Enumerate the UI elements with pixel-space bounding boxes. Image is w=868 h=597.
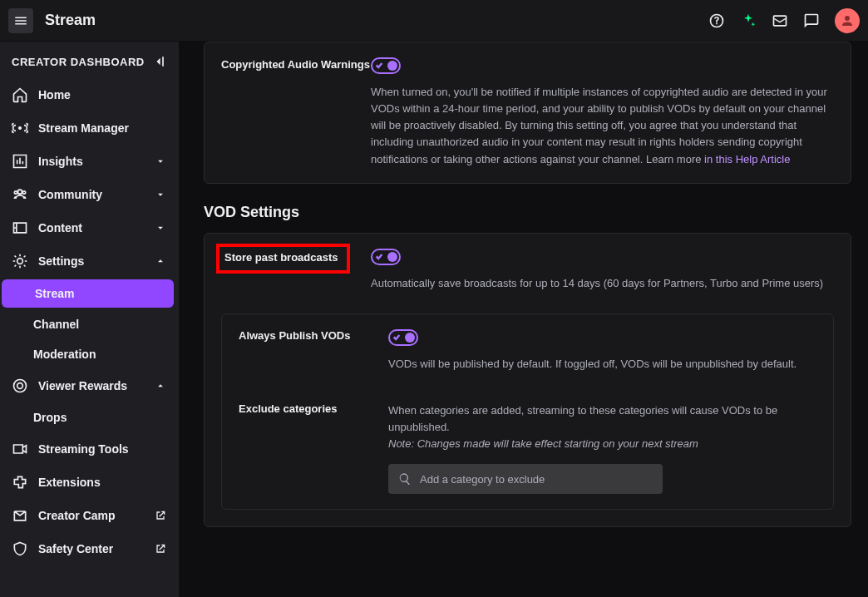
whisper-icon [803, 12, 820, 29]
sidebar-item-community[interactable]: Community [0, 178, 179, 211]
copyrighted-audio-label: Copyrighted Audio Warnings [221, 57, 371, 72]
nav-label: Stream [35, 287, 74, 300]
topbar: Stream [0, 0, 868, 42]
sidebar-item-safety-center[interactable]: Safety Center [0, 532, 179, 565]
sparkle-button[interactable] [740, 12, 757, 29]
sidebar: CREATOR DASHBOARD Home Stream Manager In… [0, 42, 179, 597]
help-button[interactable] [708, 12, 725, 29]
copyrighted-audio-toggle[interactable] [371, 57, 401, 74]
inbox-icon [772, 12, 788, 29]
always-publish-description: VODs will be published by default. If to… [388, 356, 816, 373]
nav-label: Creator Camp [38, 509, 116, 522]
always-publish-toggle[interactable] [388, 329, 418, 346]
whisper-button[interactable] [803, 12, 820, 29]
exclude-categories-note: Note: Changes made will take effect star… [388, 437, 698, 450]
sidebar-item-channel[interactable]: Channel [0, 309, 179, 339]
vod-inner-card: Always Publish VODs VODs will be publish… [221, 313, 834, 511]
sidebar-item-streaming-tools[interactable]: Streaming Tools [0, 432, 179, 466]
exclude-category-input-wrapper[interactable] [388, 464, 663, 494]
sidebar-title: CREATOR DASHBOARD [12, 56, 145, 68]
sidebar-item-drops[interactable]: Drops [0, 402, 179, 432]
nav-label: Drops [33, 411, 67, 424]
vod-settings-card: Store past broadcasts Automatically save… [204, 233, 851, 528]
help-article-link[interactable]: in this Help Article [704, 153, 790, 165]
chevron-down-icon [154, 155, 167, 168]
store-past-broadcasts-description: Automatically save broadcasts for up to … [371, 275, 834, 292]
chevron-down-icon [154, 221, 167, 234]
store-past-broadcasts-toggle[interactable] [371, 249, 401, 265]
vod-settings-title: VOD Settings [204, 204, 851, 221]
page-title: Stream [45, 12, 96, 29]
hamburger-icon [13, 13, 28, 28]
nav-label: Home [38, 88, 71, 101]
copyrighted-audio-description: When turned on, you'll be notified if mu… [371, 84, 834, 168]
copyrighted-audio-card: Copyrighted Audio Warnings When turned o… [204, 42, 851, 184]
check-icon [375, 250, 383, 263]
nav-label: Insights [38, 155, 83, 168]
always-publish-label: Always Publish VODs [239, 329, 388, 342]
chevron-down-icon [154, 188, 167, 201]
community-icon [12, 186, 28, 203]
sidebar-item-extensions[interactable]: Extensions [0, 466, 179, 499]
store-past-broadcasts-label: Store past broadcasts [224, 251, 338, 264]
nav-label: Content [38, 221, 82, 234]
help-icon [708, 12, 725, 29]
content-icon [12, 220, 28, 236]
nav-label: Stream Manager [38, 121, 129, 135]
home-icon [12, 86, 28, 103]
search-icon [398, 472, 412, 486]
nav-label: Community [38, 188, 102, 201]
sidebar-item-home[interactable]: Home [0, 78, 179, 111]
sidebar-item-moderation[interactable]: Moderation [0, 339, 179, 369]
nav-label: Extensions [38, 476, 101, 489]
toggle-knob [387, 252, 397, 262]
chevron-up-icon [154, 379, 167, 392]
hamburger-menu[interactable] [8, 8, 33, 33]
collapse-sidebar-button[interactable] [150, 53, 167, 70]
nav-label: Moderation [33, 348, 96, 361]
sidebar-item-creator-camp[interactable]: Creator Camp [0, 499, 179, 532]
sidebar-item-content[interactable]: Content [0, 211, 179, 244]
toggle-knob [387, 61, 397, 71]
toggle-knob [405, 333, 415, 343]
streaming-tools-icon [12, 441, 28, 457]
nav-label: Settings [38, 254, 84, 268]
avatar-icon [840, 13, 855, 28]
check-icon [375, 60, 383, 72]
sidebar-item-viewer-rewards[interactable]: Viewer Rewards [0, 369, 179, 402]
shield-icon [12, 540, 28, 557]
external-link-icon [154, 509, 167, 522]
nav-label: Viewer Rewards [38, 379, 127, 392]
inbox-button[interactable] [772, 12, 788, 29]
sidebar-item-stream-manager[interactable]: Stream Manager [0, 111, 179, 145]
user-avatar[interactable] [835, 8, 860, 33]
topbar-actions [708, 8, 860, 33]
chevron-up-icon [154, 254, 167, 268]
sidebar-item-insights[interactable]: Insights [0, 145, 179, 178]
sparkle-icon [740, 12, 757, 29]
check-icon [392, 331, 401, 343]
exclude-category-input[interactable] [420, 473, 653, 486]
sidebar-item-settings[interactable]: Settings [0, 244, 179, 278]
svg-point-0 [18, 126, 21, 129]
content-area: Copyrighted Audio Warnings When turned o… [179, 42, 868, 597]
exclude-categories-description: When categories are added, streaming to … [388, 402, 816, 452]
exclude-categories-label: Exclude categories [239, 402, 388, 415]
nav-label: Channel [33, 318, 79, 331]
sidebar-item-stream[interactable]: Stream [2, 279, 174, 308]
insights-icon [12, 153, 28, 170]
nav-label: Safety Center [38, 542, 113, 555]
svg-point-2 [17, 383, 23, 389]
gear-icon [12, 253, 28, 269]
extensions-icon [12, 474, 28, 491]
highlight-annotation: Store past broadcasts [216, 244, 350, 274]
collapse-icon [150, 53, 167, 70]
nav-label: Streaming Tools [38, 442, 129, 456]
stream-manager-icon [12, 120, 28, 136]
creator-camp-icon [12, 507, 28, 524]
external-link-icon [154, 542, 167, 555]
svg-point-1 [14, 380, 27, 392]
rewards-icon [12, 377, 28, 394]
sidebar-header: CREATOR DASHBOARD [0, 42, 179, 78]
